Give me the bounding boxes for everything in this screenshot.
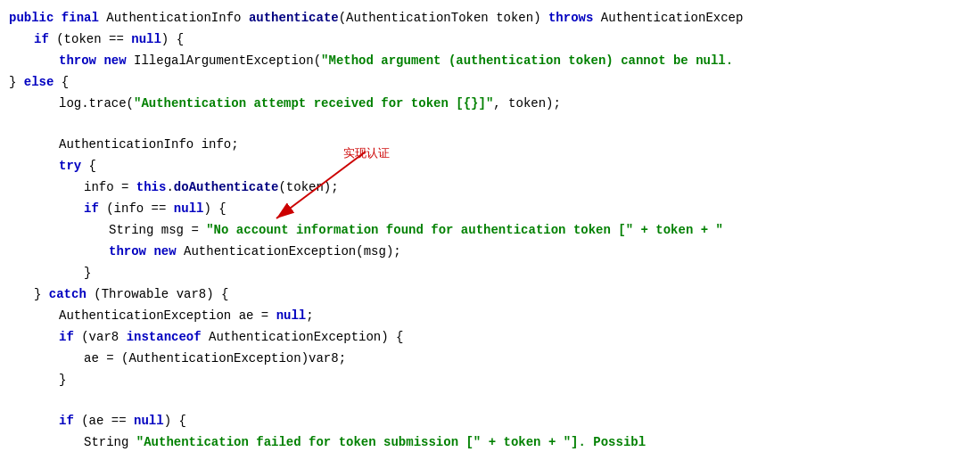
line-content: public final AuthenticationInfo authenti…	[0, 8, 743, 28]
line-content: } catch (Throwable var8) {	[0, 284, 228, 304]
token-normal: }	[34, 287, 49, 301]
line-content: } else {	[0, 72, 69, 92]
code-line: log.trace("Authentication attempt receiv…	[0, 93, 980, 114]
token-method: doAuthenticate	[174, 180, 279, 194]
token-normal: (Throwable var8) {	[86, 287, 229, 301]
code-line: } else {	[0, 71, 980, 93]
token-string: "Authentication failed for token submiss…	[136, 435, 646, 449]
code-line: if (token == null) {	[0, 29, 980, 50]
token-kw: if	[34, 32, 49, 46]
token-normal: }	[59, 373, 66, 387]
line-content: info = this.doAuthenticate(token);	[0, 177, 339, 197]
token-normal: ae = (AuthenticationException)var8;	[84, 351, 346, 366]
token-normal: AuthenticationInfo info;	[59, 137, 239, 152]
token-kw: null	[131, 32, 161, 46]
line-content: if (ae == null) {	[0, 411, 186, 431]
token-normal: AuthenticationException(msg);	[177, 244, 401, 259]
code-line: public final AuthenticationInfo authenti…	[0, 7, 980, 29]
token-kw-throw: throw	[59, 53, 96, 68]
line-content: log.trace("Authentication attempt receiv…	[0, 94, 561, 113]
code-line: if (ae == null) {	[0, 410, 980, 431]
token-kw: null	[134, 414, 164, 428]
token-kw: new	[153, 244, 176, 259]
token-normal: (token ==	[49, 32, 131, 46]
token-string: "No account information found for authen…	[206, 223, 723, 237]
line-content: ae = (AuthenticationException)var8;	[0, 349, 346, 368]
token-kw: null	[174, 201, 204, 216]
token-kw: instanceof	[127, 330, 202, 344]
token-kw: if	[84, 201, 99, 216]
token-normal: (info ==	[99, 201, 174, 216]
token-normal: AuthenticationException ae =	[59, 308, 276, 323]
line-content: AuthenticationInfo info;	[0, 135, 239, 154]
token-kw: throws	[548, 11, 593, 25]
line-content: if (info == null) {	[0, 199, 226, 218]
token-kw: catch	[49, 287, 86, 301]
token-normal: }	[84, 266, 91, 280]
line-content: }	[0, 370, 66, 390]
code-line: AuthenticationException ae = null;	[0, 305, 980, 326]
token-normal: ) {	[164, 414, 186, 428]
code-line	[0, 114, 980, 134]
token-normal: (AuthenticationToken token)	[339, 11, 548, 25]
token-normal: String	[84, 435, 136, 449]
token-kw: try	[59, 159, 81, 173]
token-normal: , token);	[493, 96, 561, 111]
line-content: throw new AuthenticationException(msg);	[0, 242, 401, 261]
token-string: "Method argument (authentication token) …	[321, 53, 733, 68]
code-lines: public final AuthenticationInfo authenti…	[0, 7, 980, 453]
code-line: info = this.doAuthenticate(token);	[0, 177, 980, 198]
token-normal: IllegalArgumentException(	[127, 53, 321, 68]
line-content: String "Authentication failed for token …	[0, 432, 646, 452]
token-normal: (ae ==	[74, 414, 134, 428]
code-line: }	[0, 369, 980, 390]
token-normal: .	[166, 180, 173, 194]
code-line: try {	[0, 155, 980, 177]
token-normal: {	[81, 159, 96, 173]
token-normal: ;	[306, 308, 313, 323]
token-normal: {	[54, 75, 69, 89]
line-content: String msg = "No account information fou…	[0, 220, 723, 240]
line-content: try {	[0, 156, 96, 176]
code-line: String msg = "No account information fou…	[0, 219, 980, 241]
token-kw: final	[62, 11, 99, 25]
token-kw: null	[276, 308, 307, 323]
token-normal: ) {	[161, 32, 184, 46]
token-string: "Authentication attempt received for tok…	[134, 96, 493, 111]
token-method: authenticate	[249, 11, 339, 25]
code-line: throw new AuthenticationException(msg);	[0, 241, 980, 262]
token-normal: AuthenticationException) {	[202, 330, 404, 344]
token-normal: AuthenticationInfo	[99, 11, 249, 25]
code-line: String "Authentication failed for token …	[0, 431, 980, 453]
token-kw-throw: throw	[109, 244, 146, 259]
token-normal: (var8	[74, 330, 127, 344]
token-normal: }	[9, 75, 24, 89]
code-line: if (info == null) {	[0, 198, 980, 219]
code-line: }	[0, 262, 980, 283]
token-kw: if	[59, 414, 74, 428]
token-kw: this	[136, 180, 167, 194]
code-line: throw new IllegalArgumentException("Meth…	[0, 50, 980, 71]
token-kw: new	[103, 53, 126, 68]
code-editor: public final AuthenticationInfo authenti…	[0, 0, 980, 460]
token-kw: public	[9, 11, 54, 25]
token-kw: else	[24, 75, 54, 89]
code-line: } catch (Throwable var8) {	[0, 283, 980, 305]
token-normal: (token);	[278, 180, 338, 194]
line-content: AuthenticationException ae = null;	[0, 306, 314, 325]
line-content: throw new IllegalArgumentException("Meth…	[0, 51, 733, 70]
code-line	[0, 390, 980, 410]
code-line: if (var8 instanceof AuthenticationExcept…	[0, 326, 980, 348]
line-content: if (token == null) {	[0, 29, 184, 49]
code-line: ae = (AuthenticationException)var8;	[0, 348, 980, 369]
token-normal: info =	[84, 180, 136, 194]
code-line: AuthenticationInfo info;	[0, 134, 980, 155]
token-normal	[54, 11, 61, 25]
token-normal: log.trace(	[59, 96, 134, 111]
token-normal: ) {	[203, 201, 226, 216]
token-normal: String msg =	[109, 223, 206, 237]
token-normal: AuthenticationExcep	[593, 11, 743, 25]
token-kw: if	[59, 330, 74, 344]
line-content: }	[0, 263, 91, 283]
line-content: if (var8 instanceof AuthenticationExcept…	[0, 327, 403, 347]
